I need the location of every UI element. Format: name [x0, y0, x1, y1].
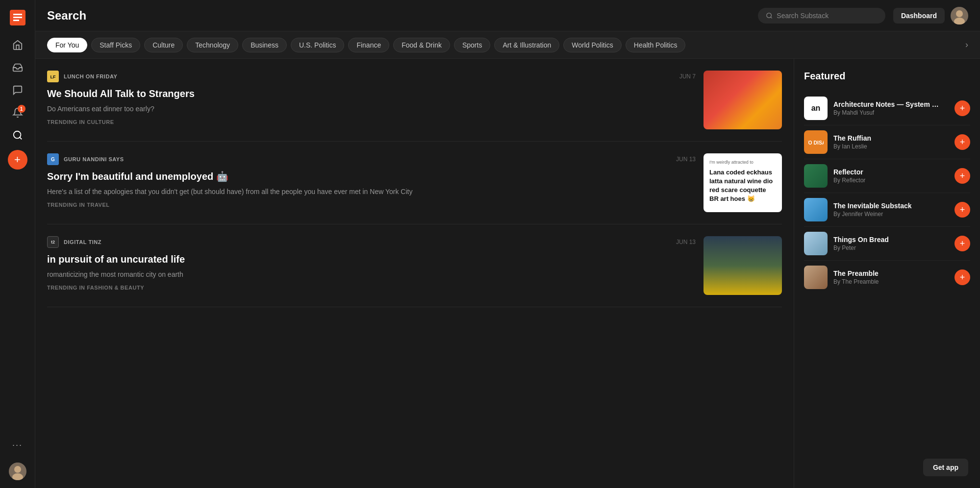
svg-text:G: G: [51, 157, 55, 162]
feed-desc-2: Here's a list of the apologies that you …: [47, 187, 696, 197]
tab-world-politics[interactable]: World Politics: [563, 38, 622, 52]
tab-technology[interactable]: Technology: [187, 38, 238, 52]
chat-icon[interactable]: [8, 80, 27, 100]
svg-point-9: [767, 13, 772, 18]
img-text-main: Lana coded eckhaus latta natural wine di…: [709, 168, 776, 204]
featured-thumb-bread: [804, 232, 828, 255]
dashboard-button[interactable]: Dashboard: [893, 8, 945, 24]
feed-item-content-3: t2 DIGITAL TINZ JUN 13 in pursuit of an …: [47, 236, 696, 291]
sidebar: 1 + ···: [0, 0, 35, 488]
svg-rect-2: [13, 17, 22, 18]
feed-title-1: We Should All Talk to Strangers: [47, 87, 696, 100]
tab-finance[interactable]: Finance: [348, 38, 389, 52]
svg-point-7: [14, 466, 21, 473]
feed-item-meta-2: G GURU NANDINI SAYS JUN 13: [47, 153, 696, 165]
content-area: LF LUNCH ON FRIDAY JUN 7 We Should All T…: [35, 59, 980, 488]
featured-thumb-inevitable: [804, 198, 828, 221]
feed-item-avatar-2: G: [47, 153, 59, 165]
search-input[interactable]: [777, 12, 878, 20]
featured-item-reflector: Reflector By Reflector +: [804, 159, 970, 193]
tab-bar: For You Staff Picks Culture Technology B…: [35, 31, 980, 59]
feed-item-content-2: G GURU NANDINI SAYS JUN 13 Sorry I'm bea…: [47, 153, 696, 208]
header: Search Dashboard: [35, 0, 980, 31]
notifications-icon[interactable]: 1: [8, 103, 27, 122]
notification-badge: 1: [18, 105, 25, 113]
feed-item-content-1: LF LUNCH ON FRIDAY JUN 7 We Should All T…: [47, 71, 696, 125]
featured-by-preamble: By The Preamble: [833, 278, 949, 285]
feed-item-3: t2 DIGITAL TINZ JUN 13 in pursuit of an …: [47, 224, 782, 307]
tab-culture[interactable]: Culture: [144, 38, 183, 52]
feed-tag-1: TRENDING IN CULTURE: [47, 119, 696, 125]
feed-desc-1: Do Americans eat dinner too early?: [47, 104, 696, 114]
feed-item-meta-1: LF LUNCH ON FRIDAY JUN 7: [47, 71, 696, 82]
create-button[interactable]: +: [8, 150, 27, 170]
feed-tag-2: TRENDING IN TRAVEL: [47, 202, 696, 208]
featured-item-architecture-notes: an Architecture Notes — System Design & …: [804, 92, 970, 125]
feed-date-2: JUN 13: [676, 156, 696, 163]
ruffian-icon: HOW TO DISAGREE: [808, 134, 824, 150]
feed-source-1: LUNCH ON FRIDAY: [64, 73, 117, 79]
svg-point-12: [956, 10, 963, 17]
tab-scroll-arrow[interactable]: ›: [965, 40, 968, 50]
featured-by-inevitable: By Jennifer Weiner: [833, 211, 949, 218]
feed-item-2: G GURU NANDINI SAYS JUN 13 Sorry I'm bea…: [47, 142, 782, 224]
feed-tag-3: TRENDING IN FASHION & BEAUTY: [47, 285, 696, 291]
featured-thumb-reflector: [804, 164, 828, 188]
feed-title-3: in pursuit of an uncurated life: [47, 253, 696, 266]
feed-item-meta-3: t2 DIGITAL TINZ JUN 13: [47, 236, 696, 248]
featured-name-reflector: Reflector: [833, 168, 941, 176]
feed: LF LUNCH ON FRIDAY JUN 7 We Should All T…: [35, 59, 794, 488]
svg-rect-3: [13, 20, 19, 21]
feed-title-2: Sorry I'm beautiful and unemployed 🤖: [47, 170, 696, 183]
get-app-button[interactable]: Get app: [923, 459, 968, 476]
featured-name-architecture-notes: Architecture Notes — System Design & ...: [833, 100, 941, 108]
user-avatar-sidebar[interactable]: [9, 463, 26, 480]
featured-add-ruffian[interactable]: +: [955, 134, 970, 150]
featured-title: Featured: [804, 71, 970, 82]
featured-add-inevitable[interactable]: +: [955, 202, 970, 218]
featured-info-architecture-notes: Architecture Notes — System Design & ...…: [833, 100, 949, 116]
svg-point-4: [13, 131, 21, 139]
sidebar-bottom: ···: [8, 435, 27, 480]
img-text-top: I'm weirdly attracted to: [709, 159, 776, 166]
more-icon[interactable]: ···: [8, 435, 27, 455]
featured-item-preamble: The Preamble By The Preamble +: [804, 261, 970, 294]
featured-name-bread: Things On Bread: [833, 236, 941, 244]
featured-by-bread: By Peter: [833, 244, 949, 251]
featured-add-reflector[interactable]: +: [955, 168, 970, 184]
inbox-icon[interactable]: [8, 58, 27, 77]
featured-add-preamble[interactable]: +: [955, 269, 970, 285]
feed-item: LF LUNCH ON FRIDAY JUN 7 We Should All T…: [47, 59, 782, 142]
search-nav-icon[interactable]: [8, 125, 27, 145]
tab-business[interactable]: Business: [242, 38, 287, 52]
feed-source-3: DIGITAL TINZ: [64, 239, 101, 245]
main-content: Search Dashboard For You Staff Picks Cul…: [35, 0, 980, 488]
page-title: Search: [47, 9, 86, 23]
feed-image-2: I'm weirdly attracted to Lana coded eckh…: [704, 153, 782, 212]
tab-us-politics[interactable]: U.S. Politics: [291, 38, 344, 52]
featured-thumb-ruffian: HOW TO DISAGREE: [804, 130, 828, 154]
feed-desc-3: romanticizing the most romantic city on …: [47, 269, 696, 280]
tab-for-you[interactable]: For You: [47, 38, 87, 52]
feed-item-avatar-3: t2: [47, 236, 59, 248]
featured-info-bread: Things On Bread By Peter: [833, 236, 949, 251]
logo-icon[interactable]: [8, 8, 27, 27]
svg-rect-1: [13, 14, 22, 15]
user-avatar-header[interactable]: [951, 7, 968, 24]
svg-line-5: [20, 137, 22, 139]
tab-health-politics[interactable]: Health Politics: [626, 38, 686, 52]
featured-panel: Featured an Architecture Notes — System …: [794, 59, 980, 488]
tab-art-illustration[interactable]: Art & Illustration: [494, 38, 559, 52]
featured-thumb-architecture-notes: an: [804, 97, 828, 120]
tab-sports[interactable]: Sports: [454, 38, 490, 52]
featured-by-architecture-notes: By Mahdi Yusuf: [833, 109, 949, 116]
featured-info-reflector: Reflector By Reflector: [833, 168, 949, 184]
feed-image-1: [704, 71, 782, 129]
tab-food-drink[interactable]: Food & Drink: [393, 38, 450, 52]
featured-by-ruffian: By Ian Leslie: [833, 143, 949, 150]
search-bar[interactable]: [758, 8, 885, 24]
home-icon[interactable]: [8, 35, 27, 55]
featured-add-architecture-notes[interactable]: +: [955, 100, 970, 116]
featured-add-bread[interactable]: +: [955, 236, 970, 251]
tab-staff-picks[interactable]: Staff Picks: [91, 38, 140, 52]
